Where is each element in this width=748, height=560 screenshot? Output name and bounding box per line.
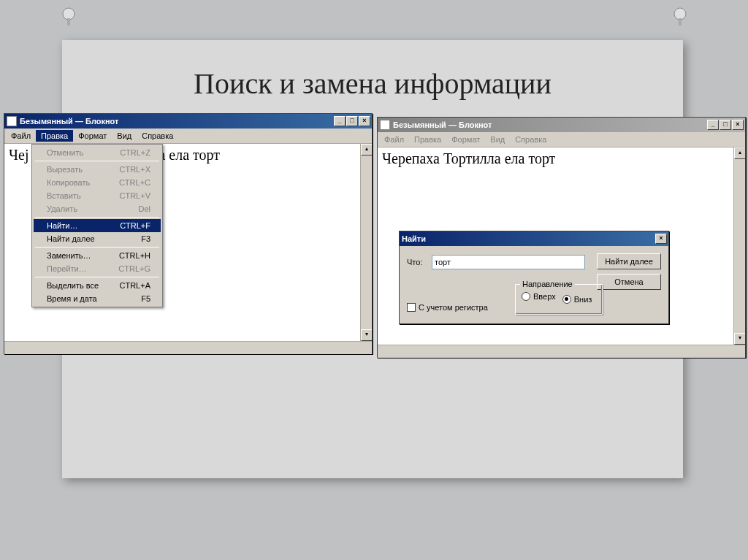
find-dialog-title: Найти	[402, 234, 426, 243]
menu-item-goto[interactable]: Перейти…CTRL+G	[34, 262, 161, 275]
scroll-down-icon[interactable]: ▾	[734, 333, 745, 345]
slide-title: Поиск и замена информации	[62, 66, 683, 101]
close-button[interactable]: ×	[732, 120, 744, 130]
menu-edit[interactable]: Правка	[409, 134, 446, 145]
svg-rect-3	[679, 18, 682, 26]
statusbar-left	[4, 341, 372, 354]
direction-up-radio[interactable]: Вверх	[522, 292, 556, 301]
menu-edit[interactable]: Правка	[36, 130, 73, 142]
menu-item-time-date[interactable]: Время и датаF5	[34, 292, 161, 305]
menu-help[interactable]: Справка	[137, 130, 178, 142]
menu-separator	[35, 161, 159, 161]
match-case-label: С учетом регистра	[419, 303, 488, 312]
match-case-checkbox[interactable]: С учетом регистра	[407, 303, 488, 312]
menu-item-find[interactable]: Найти…CTRL+F	[34, 219, 161, 232]
titlebar-left[interactable]: Безымянный — Блокнот _ □ ×	[4, 114, 372, 129]
app-icon	[7, 116, 17, 126]
app-icon	[380, 120, 390, 130]
menu-format[interactable]: Формат	[73, 130, 112, 142]
menu-separator	[35, 217, 159, 218]
maximize-button[interactable]: □	[720, 120, 731, 130]
menubar-left: Файл Правка Формат Вид Справка	[4, 129, 372, 144]
scroll-down-icon[interactable]: ▾	[361, 329, 372, 341]
checkbox-icon	[407, 303, 416, 312]
titlebar-right[interactable]: Безымянный — Блокнот _ □ ×	[378, 118, 745, 132]
pushpin-right-icon	[668, 6, 692, 29]
direction-down-radio[interactable]: Вниз	[562, 295, 592, 304]
statusbar-right	[378, 345, 745, 358]
direction-down-label: Вниз	[574, 295, 592, 304]
menu-file[interactable]: Файл	[379, 134, 409, 145]
find-dialog-body: Что: Найти далее Отмена С учетом регистр…	[400, 246, 668, 323]
menu-file[interactable]: Файл	[6, 130, 36, 142]
minimize-button[interactable]: _	[707, 120, 719, 130]
direction-up-label: Вверх	[533, 292, 556, 301]
scrollbar-left[interactable]: ▴ ▾	[360, 144, 372, 341]
close-button[interactable]: ×	[359, 116, 370, 126]
menu-separator	[35, 277, 159, 277]
menubar-right: Файл Правка Формат Вид Справка	[378, 132, 745, 147]
scrollbar-right[interactable]: ▴ ▾	[733, 147, 745, 345]
scroll-up-icon[interactable]: ▴	[361, 144, 372, 156]
menu-item-find-next[interactable]: Найти далееF3	[34, 232, 161, 245]
cancel-button[interactable]: Отмена	[597, 274, 661, 290]
close-button[interactable]: ×	[655, 234, 667, 244]
editor-text-right: Черепаха Тортилла ела торт	[378, 147, 745, 170]
menu-item-undo[interactable]: ОтменитьCTRL+Z	[34, 146, 161, 159]
menu-format[interactable]: Формат	[446, 134, 485, 145]
menu-view[interactable]: Вид	[112, 130, 137, 142]
minimize-button[interactable]: _	[334, 116, 346, 126]
menu-item-cut[interactable]: ВырезатьCTRL+X	[34, 163, 161, 176]
menu-item-select-all[interactable]: Выделить всеCTRL+A	[34, 279, 161, 292]
find-dialog: Найти × Что: Найти далее Отмена С учетом…	[399, 231, 669, 324]
menu-item-paste[interactable]: ВставитьCTRL+V	[34, 189, 161, 202]
pushpin-left-icon	[57, 6, 80, 29]
find-next-button[interactable]: Найти далее	[597, 253, 661, 269]
window-title: Безымянный — Блокнот	[393, 120, 492, 129]
radio-icon	[562, 295, 571, 304]
what-label: Что:	[407, 258, 422, 266]
menu-help[interactable]: Справка	[510, 134, 552, 145]
radio-icon	[522, 292, 530, 301]
menu-item-delete[interactable]: УдалитьDel	[34, 202, 161, 215]
window-title: Безымянный — Блокнот	[20, 117, 118, 126]
edit-menu-dropdown: ОтменитьCTRL+Z ВырезатьCTRL+X Копировать…	[31, 144, 163, 307]
find-dialog-titlebar[interactable]: Найти ×	[400, 231, 668, 246]
svg-point-0	[63, 8, 75, 20]
scroll-up-icon[interactable]: ▴	[734, 147, 745, 159]
direction-legend: Направление	[520, 280, 575, 288]
maximize-button[interactable]: □	[346, 116, 358, 126]
menu-view[interactable]: Вид	[485, 134, 510, 145]
direction-fieldset: Направление Вверх Вниз	[515, 284, 603, 315]
svg-rect-1	[67, 18, 70, 26]
menu-item-replace[interactable]: Заменить…CTRL+H	[34, 249, 161, 262]
menu-item-copy[interactable]: КопироватьCTRL+C	[34, 176, 161, 189]
svg-point-2	[674, 8, 686, 20]
find-what-input[interactable]	[432, 255, 585, 269]
menu-separator	[35, 247, 159, 248]
